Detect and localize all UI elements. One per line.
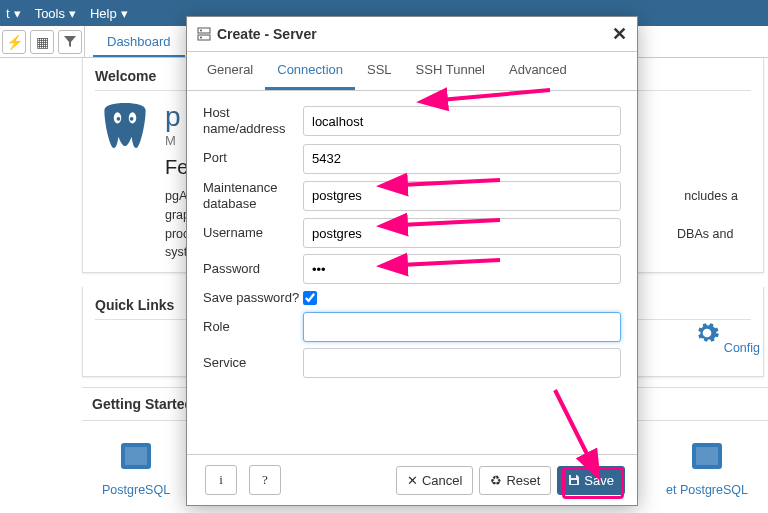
username-label: Username	[203, 225, 303, 241]
cancel-button[interactable]: ✕Cancel	[396, 466, 473, 495]
svg-rect-5	[125, 447, 147, 465]
configure-link[interactable]: Config	[694, 320, 760, 355]
recycle-icon: ♻	[490, 473, 502, 488]
tab-dashboard[interactable]: Dashboard	[93, 26, 185, 57]
maintenance-db-label: Maintenance database	[203, 180, 303, 213]
role-input[interactable]	[303, 312, 621, 342]
chevron-down-icon: ▾	[69, 6, 76, 21]
close-icon[interactable]: ✕	[612, 23, 627, 45]
gear-icon	[694, 320, 720, 346]
close-icon: ✕	[407, 473, 418, 488]
host-label: Host name/address	[203, 105, 303, 138]
svg-rect-13	[571, 480, 577, 484]
role-label: Role	[203, 319, 303, 335]
brand-p: p	[165, 101, 181, 133]
svg-point-3	[130, 117, 134, 121]
maintenance-db-input[interactable]	[303, 181, 621, 211]
username-input[interactable]	[303, 218, 621, 248]
password-label: Password	[203, 261, 303, 277]
dialog-body: Host name/address Port Maintenance datab…	[187, 91, 637, 454]
info-button[interactable]: i	[205, 465, 237, 495]
save-button[interactable]: Save	[557, 466, 625, 495]
book-icon	[117, 437, 155, 475]
filter-button[interactable]	[58, 30, 82, 54]
help-button[interactable]: ?	[249, 465, 281, 495]
tab-ssl[interactable]: SSL	[355, 52, 404, 90]
tab-ssh-tunnel[interactable]: SSH Tunnel	[404, 52, 497, 90]
dialog-title: Create - Server	[217, 26, 612, 42]
service-label: Service	[203, 355, 303, 371]
pgadmin-logo-icon	[95, 101, 155, 161]
dialog-footer: i ? ✕Cancel ♻Reset Save	[187, 454, 637, 505]
tab-general[interactable]: General	[195, 52, 265, 90]
password-input[interactable]	[303, 254, 621, 284]
create-server-dialog: Create - Server ✕ General Connection SSL…	[186, 16, 638, 506]
port-label: Port	[203, 150, 303, 166]
svg-rect-8	[198, 28, 210, 33]
svg-rect-9	[198, 35, 210, 40]
tab-connection[interactable]: Connection	[265, 52, 355, 90]
chevron-down-icon: ▾	[14, 6, 21, 21]
port-input[interactable]	[303, 144, 621, 174]
server-icon	[197, 27, 211, 41]
svg-point-10	[200, 30, 202, 32]
svg-rect-12	[571, 475, 576, 478]
book-icon	[688, 437, 726, 475]
query-tool-button[interactable]: ⚡	[2, 30, 26, 54]
svg-rect-7	[696, 447, 718, 465]
dialog-titlebar: Create - Server ✕	[187, 17, 637, 52]
menu-help[interactable]: Help▾	[90, 6, 128, 21]
menu-tools[interactable]: Tools▾	[35, 6, 76, 21]
svg-point-11	[200, 37, 202, 39]
host-input[interactable]	[303, 106, 621, 136]
getting-card-download[interactable]: et PostgreSQL	[666, 437, 748, 497]
menu-item[interactable]: t▾	[6, 6, 21, 21]
reset-button[interactable]: ♻Reset	[479, 466, 551, 495]
dialog-tabs: General Connection SSL SSH Tunnel Advanc…	[187, 52, 637, 91]
save-password-checkbox[interactable]	[303, 291, 317, 305]
save-icon	[568, 474, 580, 486]
svg-point-1	[117, 117, 121, 121]
getting-card-docs[interactable]: PostgreSQL	[102, 437, 170, 497]
tab-advanced[interactable]: Advanced	[497, 52, 579, 90]
chevron-down-icon: ▾	[121, 6, 128, 21]
view-data-button[interactable]: ▦	[30, 30, 54, 54]
save-password-label: Save password?	[203, 290, 303, 306]
service-input[interactable]	[303, 348, 621, 378]
toolbar: ⚡ ▦	[0, 26, 85, 57]
